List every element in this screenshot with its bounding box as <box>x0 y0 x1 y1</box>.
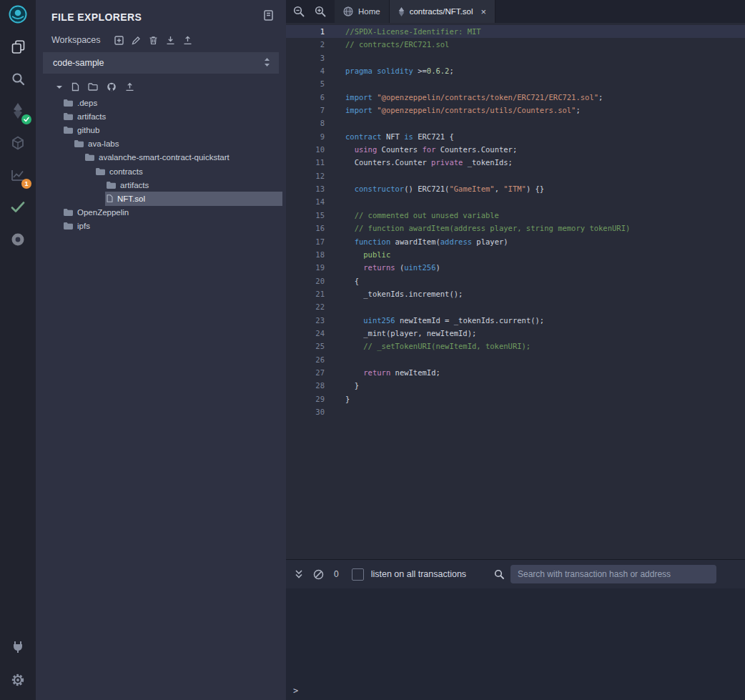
remix-logo-icon[interactable] <box>8 4 28 24</box>
line-number[interactable]: 19 <box>286 261 337 274</box>
code-line[interactable]: 25 // _setTokenURI(newItemId, tokenURI); <box>286 340 745 353</box>
code-line[interactable]: 19 returns (uint256) <box>286 261 745 274</box>
analytics-icon[interactable]: 1 <box>8 165 28 185</box>
tree-item-contracts[interactable]: contracts <box>36 164 286 178</box>
code-line[interactable]: 28 } <box>286 379 745 392</box>
code-line[interactable]: 14 <box>286 195 745 208</box>
code-line[interactable]: 18 public <box>286 248 745 261</box>
code-line[interactable]: 6import "@openzeppelin/contracts/token/E… <box>286 91 745 104</box>
unit-testing-icon[interactable] <box>8 197 28 217</box>
code-line[interactable]: 11 Counters.Counter private _tokenIds; <box>286 156 745 169</box>
tree-item-artifacts[interactable]: artifacts <box>36 178 286 192</box>
line-number[interactable]: 10 <box>286 143 337 156</box>
new-folder-icon[interactable] <box>88 83 98 91</box>
listen-transactions-checkbox[interactable] <box>352 568 364 581</box>
code-line[interactable]: 2// contracts/ERC721.sol <box>286 38 745 51</box>
line-number[interactable]: 18 <box>286 248 337 261</box>
panel-menu-icon[interactable] <box>264 10 273 24</box>
line-number[interactable]: 8 <box>286 117 337 129</box>
code-line[interactable]: 17 function awardItem(address player) <box>286 235 745 248</box>
settings-icon[interactable] <box>8 670 28 690</box>
line-number[interactable]: 28 <box>286 379 337 392</box>
line-number[interactable]: 20 <box>286 275 337 287</box>
code-line[interactable]: 21 _tokenIds.increment(); <box>286 287 745 300</box>
rename-workspace-icon[interactable] <box>132 36 141 45</box>
line-number[interactable]: 22 <box>286 300 337 313</box>
tree-item-ipfs[interactable]: ipfs <box>36 220 286 233</box>
terminal-clear-icon[interactable] <box>313 569 324 580</box>
line-number[interactable]: 29 <box>286 393 337 405</box>
line-number[interactable]: 21 <box>286 287 337 300</box>
code-line[interactable]: 1//SPDX-License-Identifier: MIT <box>286 25 745 38</box>
code-line[interactable]: 13 constructor() ERC721("GameItem", "ITM… <box>286 182 745 195</box>
deploy-run-icon[interactable] <box>8 133 28 153</box>
line-number[interactable]: 24 <box>286 327 337 340</box>
tree-item-avalanche-smart-contract-quickstart[interactable]: avalanche-smart-contract-quickstart <box>36 151 286 164</box>
github-clone-icon[interactable] <box>107 82 117 92</box>
create-workspace-icon[interactable] <box>114 36 124 45</box>
code-line[interactable]: 20 { <box>286 275 745 287</box>
code-line[interactable]: 4pragma solidity >=0.6.2; <box>286 64 745 77</box>
tab-home[interactable]: Home <box>335 0 390 23</box>
line-number[interactable]: 1 <box>286 25 337 38</box>
code-line[interactable]: 15 // commented out unused variable <box>286 209 745 222</box>
line-number[interactable]: 17 <box>286 235 337 248</box>
line-number[interactable]: 2 <box>286 38 337 51</box>
plugin-manager-icon[interactable] <box>8 637 28 657</box>
tree-item-openzeppelin[interactable]: OpenZeppelin <box>36 206 286 220</box>
tree-item-nft-sol[interactable]: NFT.sol <box>36 192 286 205</box>
code-line[interactable]: 22 <box>286 300 745 313</box>
line-number[interactable]: 11 <box>286 156 337 169</box>
code-line[interactable]: 9contract NFT is ERC721 { <box>286 130 745 143</box>
tree-item-artifacts[interactable]: artifacts <box>36 109 286 123</box>
line-number[interactable]: 13 <box>286 182 337 195</box>
zoom-out-icon[interactable] <box>293 6 305 17</box>
code-line[interactable]: 23 uint256 newItemId = _tokenIds.current… <box>286 314 745 327</box>
line-number[interactable]: 5 <box>286 77 337 90</box>
tab-close-icon[interactable]: × <box>481 7 487 16</box>
tree-item-github[interactable]: github <box>36 123 286 137</box>
upload-file-icon[interactable] <box>125 82 134 92</box>
line-number[interactable]: 30 <box>286 405 337 418</box>
line-number[interactable]: 6 <box>286 91 337 104</box>
code-line[interactable]: 26 <box>286 353 745 366</box>
code-line[interactable]: 8 <box>286 117 745 129</box>
line-number[interactable]: 27 <box>286 366 337 379</box>
delete-workspace-icon[interactable] <box>149 36 158 45</box>
line-number[interactable]: 23 <box>286 314 337 327</box>
zoom-in-icon[interactable] <box>315 6 326 17</box>
tab-contracts-nft-sol[interactable]: contracts/NFT.sol× <box>390 0 495 23</box>
workspace-select[interactable]: code-sample <box>43 52 279 74</box>
tree-item-ava-labs[interactable]: ava-labs <box>36 137 286 151</box>
sourcify-icon[interactable] <box>8 230 28 250</box>
line-number[interactable]: 7 <box>286 104 337 117</box>
collapse-tree-icon[interactable] <box>56 84 63 91</box>
restore-workspaces-icon[interactable] <box>183 36 192 45</box>
terminal-search-input[interactable] <box>510 565 716 583</box>
code-line[interactable]: 24 _mint(player, newItemId); <box>286 327 745 340</box>
tree-item--deps[interactable]: .deps <box>36 96 286 109</box>
code-line[interactable]: 3 <box>286 51 745 64</box>
line-number[interactable]: 16 <box>286 222 337 235</box>
line-number[interactable]: 4 <box>286 64 337 77</box>
code-line[interactable]: 5 <box>286 77 745 90</box>
code-line[interactable]: 7import "@openzeppelin/contracts/utils/C… <box>286 104 745 117</box>
download-workspaces-icon[interactable] <box>166 36 175 45</box>
file-explorer-icon[interactable] <box>8 36 28 56</box>
line-number[interactable]: 14 <box>286 195 337 208</box>
line-number[interactable]: 3 <box>286 51 337 64</box>
line-number[interactable]: 15 <box>286 209 337 222</box>
code-line[interactable]: 27 return newItemId; <box>286 366 745 379</box>
code-line[interactable]: 29} <box>286 393 745 405</box>
code-editor[interactable]: 1//SPDX-License-Identifier: MIT2// contr… <box>286 23 745 559</box>
line-number[interactable]: 9 <box>286 130 337 143</box>
terminal-expand-icon[interactable] <box>295 569 303 579</box>
line-number[interactable]: 12 <box>286 169 337 182</box>
solidity-compiler-icon[interactable] <box>8 101 28 121</box>
code-line[interactable]: 30 <box>286 405 745 418</box>
terminal-content[interactable]: > <box>286 588 745 700</box>
code-line[interactable]: 12 <box>286 169 745 182</box>
code-line[interactable]: 10 using Counters for Counters.Counter; <box>286 143 745 156</box>
new-file-icon[interactable] <box>71 82 79 92</box>
search-icon[interactable] <box>8 69 28 89</box>
